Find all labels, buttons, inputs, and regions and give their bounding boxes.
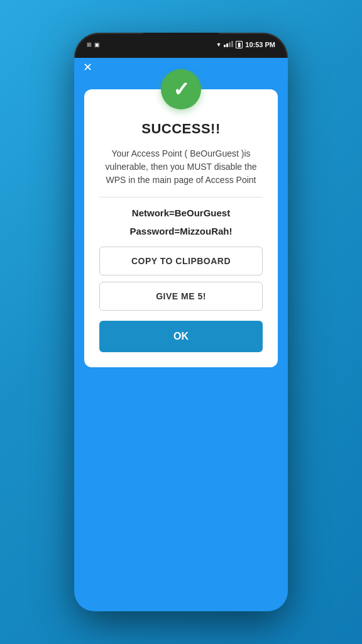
signal-bars-icon [224,41,233,48]
network-info: Network=BeOurGuest Password=MizzouRah! [99,208,263,236]
network-label: Network=BeOurGuest [99,208,263,218]
password-label: Password=MizzouRah! [99,226,263,236]
phone-frame: ⊞ ▣ 📳 ▼ ▼ ▮ 10:53 PM ✕ ✓ [74,33,288,611]
media-icon: ⊞ [87,42,92,48]
time-display: 10:53 PM [245,41,275,48]
ok-button[interactable]: OK [99,321,263,352]
screen-icon: ▣ [94,42,100,48]
phone-notch [143,33,219,50]
close-button[interactable]: ✕ [78,58,97,77]
dialog-container: ✕ ✓ SUCCESS!! Your Access Point ( BeOurG… [84,89,278,367]
dialog-title: SUCCESS!! [99,121,263,137]
copy-to-clipboard-button[interactable]: COPY TO CLIPBOARD [99,247,263,275]
phone-screen: ✕ ✓ SUCCESS!! Your Access Point ( BeOurG… [74,58,288,611]
status-left-icons: ⊞ ▣ [87,42,100,48]
battery-icon: ▮ [236,41,243,48]
dialog-message: Your Access Point ( BeOurGuest )is vulne… [99,147,263,187]
checkmark-icon: ✓ [173,79,190,99]
give-me-5-button[interactable]: GIVE ME 5! [99,282,263,311]
divider [99,197,263,197]
success-checkmark: ✓ [161,69,201,109]
